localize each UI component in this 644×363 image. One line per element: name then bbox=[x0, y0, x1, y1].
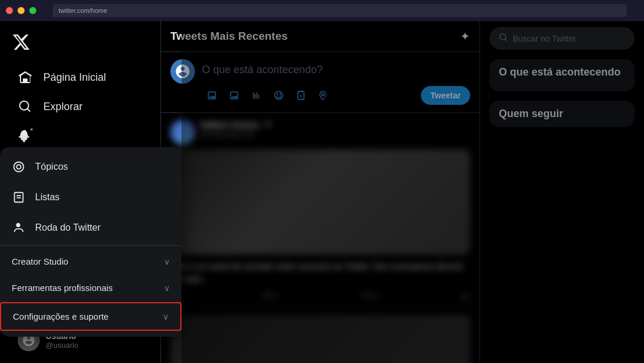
browser-minimize-dot[interactable] bbox=[18, 7, 25, 14]
lists-label: Listas bbox=[35, 192, 60, 203]
circle-icon bbox=[12, 221, 26, 235]
sidebar-item-home[interactable]: Página Inicial bbox=[6, 64, 155, 91]
settings-support-chevron: ∨ bbox=[163, 312, 169, 321]
twitter-logo[interactable] bbox=[0, 27, 160, 63]
dropdown-professional-tools[interactable]: Ferramentas profissionais ∨ bbox=[0, 275, 181, 301]
browser-bar: twitter.com/home bbox=[0, 0, 644, 21]
dropdown-settings-support[interactable]: Configurações e suporte ∨ bbox=[0, 302, 181, 331]
dropdown-divider-1 bbox=[0, 245, 181, 246]
sidebar-item-explore[interactable]: Explorar bbox=[6, 93, 155, 120]
circle-label: Roda do Twitter bbox=[35, 222, 101, 233]
browser-maximize-dot[interactable] bbox=[29, 7, 36, 14]
creator-studio-label: Creator Studio bbox=[12, 256, 68, 266]
notification-badge bbox=[29, 127, 34, 132]
dropdown-menu: Tópicos Listas Roda do Twitter Creator S… bbox=[0, 147, 181, 337]
left-sidebar: Página Inicial Explorar Tópicos bbox=[0, 21, 161, 363]
url-text: twitter.com/home bbox=[59, 7, 107, 14]
sidebar-explore-label: Explorar bbox=[43, 101, 83, 113]
app-container: Página Inicial Explorar Tópicos bbox=[0, 21, 644, 363]
url-bar[interactable]: twitter.com/home bbox=[53, 4, 626, 17]
browser-close-dot[interactable] bbox=[6, 7, 13, 14]
user-handle: @usuario bbox=[46, 341, 78, 350]
professional-tools-label: Ferramentas profissionais bbox=[12, 283, 113, 293]
bell-icon bbox=[18, 128, 33, 143]
lists-icon bbox=[12, 190, 26, 204]
settings-support-label: Configurações e suporte bbox=[13, 311, 108, 321]
dropdown-item-circle[interactable]: Roda do Twitter bbox=[0, 213, 181, 243]
dropdown-creator-studio[interactable]: Creator Studio ∨ bbox=[0, 248, 181, 275]
explore-icon bbox=[18, 99, 33, 114]
home-icon bbox=[18, 70, 33, 85]
professional-tools-chevron: ∨ bbox=[164, 283, 170, 293]
sidebar-item-notifications[interactable] bbox=[6, 122, 155, 149]
dropdown-item-topics[interactable]: Tópicos bbox=[0, 152, 181, 182]
sidebar-home-label: Página Inicial bbox=[43, 71, 106, 84]
topics-label: Tópicos bbox=[35, 162, 68, 172]
dropdown-item-lists[interactable]: Listas bbox=[0, 182, 181, 213]
creator-studio-chevron: ∨ bbox=[164, 257, 170, 266]
overlay-backdrop[interactable] bbox=[181, 21, 644, 363]
topics-icon bbox=[12, 160, 26, 174]
